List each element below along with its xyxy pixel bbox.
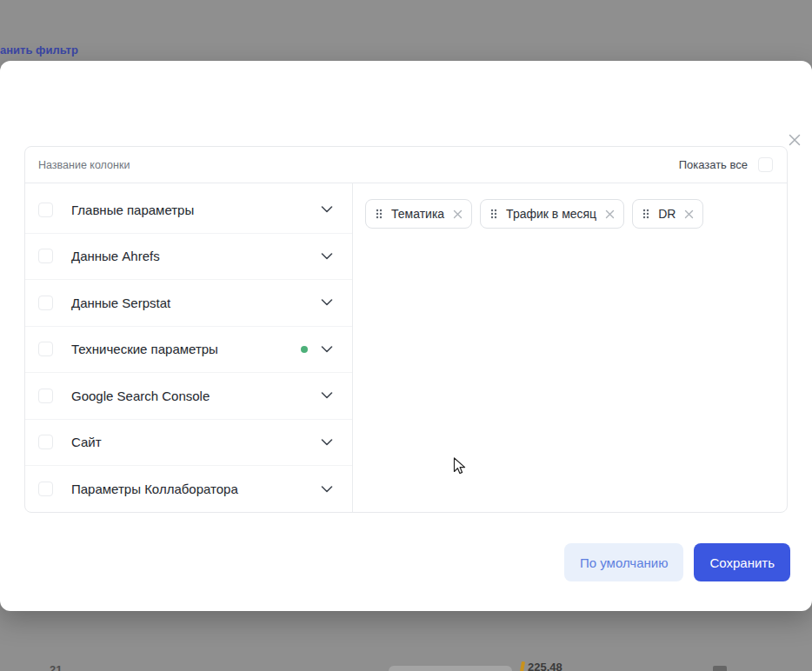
category-checkbox[interactable] xyxy=(38,342,53,356)
category-label: Данные Serpstat xyxy=(71,296,170,310)
chip-label: Тематика xyxy=(391,207,444,221)
chevron-down-icon[interactable] xyxy=(321,299,333,306)
table-settings-modal: Настройки таблицы Название колонки Показ… xyxy=(0,61,812,611)
row-right xyxy=(321,299,333,306)
category-label: Параметры Коллаборатора xyxy=(71,482,238,496)
chip-label: Трафик в месяц xyxy=(506,207,596,221)
panel-header: Название колонки Показать все xyxy=(25,147,787,183)
chevron-down-icon[interactable] xyxy=(321,392,333,399)
background-pill-fragment xyxy=(389,666,512,671)
modal-footer: По умолчанию Сохранить xyxy=(564,543,790,581)
chevron-down-icon[interactable] xyxy=(321,439,333,446)
remove-chip-icon[interactable] xyxy=(453,209,463,219)
category-row[interactable]: Сайт xyxy=(25,420,352,467)
category-checkbox[interactable] xyxy=(38,249,53,263)
show-all-checkbox[interactable] xyxy=(758,157,773,172)
chevron-down-icon[interactable] xyxy=(321,253,333,260)
screen: анить фильтр 21 225.48 Настройки таблицы… xyxy=(0,0,812,671)
row-right xyxy=(321,486,333,493)
drag-handle-icon[interactable] xyxy=(490,209,497,219)
row-right xyxy=(321,392,333,399)
row-right xyxy=(301,346,333,353)
category-label: Данные Ahrefs xyxy=(71,249,160,263)
selected-columns-area: Тематика Трафик в месяц xyxy=(353,183,787,512)
category-row[interactable]: Google Search Console xyxy=(25,373,352,420)
column-chip[interactable]: Трафик в месяц xyxy=(480,199,624,229)
category-checkbox[interactable] xyxy=(38,389,53,403)
row-right xyxy=(321,439,333,446)
close-x-glyph xyxy=(788,133,802,147)
remove-chip-icon[interactable] xyxy=(684,209,694,219)
row-right xyxy=(321,253,333,260)
category-label: Google Search Console xyxy=(71,389,210,403)
status-dot xyxy=(301,346,308,353)
category-label: Главные параметры xyxy=(71,203,194,217)
category-checkbox[interactable] xyxy=(38,296,53,310)
column-chip[interactable]: DR xyxy=(632,199,703,229)
drag-handle-icon[interactable] xyxy=(642,209,649,219)
category-label: Технические параметры xyxy=(71,342,218,356)
save-button[interactable]: Сохранить xyxy=(694,543,790,581)
show-all-control[interactable]: Показать все xyxy=(679,157,773,172)
columns-panel: Название колонки Показать все Главные па… xyxy=(24,146,788,513)
show-all-label: Показать все xyxy=(679,158,748,171)
default-button[interactable]: По умолчанию xyxy=(564,543,683,581)
category-row[interactable]: Главные параметры xyxy=(25,187,352,234)
remove-chip-icon[interactable] xyxy=(605,209,615,219)
drag-handle-icon[interactable] xyxy=(376,209,383,219)
category-list: Главные параметры Данные Ahrefs xyxy=(25,183,353,512)
category-label: Сайт xyxy=(71,435,102,449)
chevron-down-icon[interactable] xyxy=(321,346,333,353)
flame-icon xyxy=(520,661,525,671)
close-icon[interactable] xyxy=(786,132,803,149)
category-row[interactable]: Параметры Коллаборатора xyxy=(25,466,352,513)
category-row[interactable]: Данные Ahrefs xyxy=(25,234,352,281)
column-chip[interactable]: Тематика xyxy=(365,199,472,229)
category-row[interactable]: Технические параметры xyxy=(25,327,352,374)
chevron-down-icon[interactable] xyxy=(321,486,333,493)
category-checkbox[interactable] xyxy=(38,435,53,449)
background-metric-fragment: 225.48 xyxy=(521,661,562,671)
panel-body: Главные параметры Данные Ahrefs xyxy=(25,183,787,512)
category-checkbox[interactable] xyxy=(38,482,53,496)
category-row[interactable]: Данные Serpstat xyxy=(25,280,352,327)
chip-label: DR xyxy=(658,207,676,221)
background-save-filter-link[interactable]: анить фильтр xyxy=(0,43,78,56)
chevron-down-icon[interactable] xyxy=(321,206,333,213)
background-metric-value: 225.48 xyxy=(528,661,562,671)
background-right-fragment xyxy=(713,666,727,671)
background-row-count: 21 xyxy=(50,663,62,671)
category-checkbox[interactable] xyxy=(38,203,53,217)
column-name-header-label: Название колонки xyxy=(38,159,130,171)
row-right xyxy=(321,206,333,213)
